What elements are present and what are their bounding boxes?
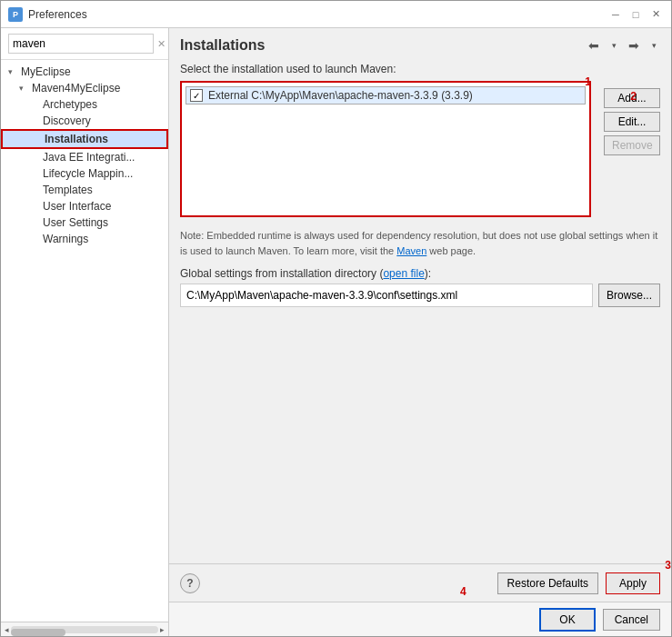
- installation-checkbox[interactable]: ✓: [190, 89, 203, 102]
- installations-list: 2 ✓ External C:\MyApp\Maven\apache-maven…: [180, 81, 591, 217]
- sidebar-label-maven4myeclipse: Maven4MyEclipse: [32, 82, 120, 95]
- sidebar-label-myeclipse: MyEclipse: [21, 65, 71, 78]
- installations-row-area: 2 ✓ External C:\MyApp\Maven\apache-maven…: [180, 81, 660, 217]
- bottom-left: ?: [180, 573, 200, 593]
- sidebar-label-installations: Installations: [45, 133, 108, 145]
- sidebar-scrollbar[interactable]: ◂ ▸: [1, 622, 168, 636]
- toggle-maven4myeclipse: ▾: [19, 84, 28, 93]
- confirm-bar: 4 OK Cancel: [169, 602, 671, 636]
- edit-button[interactable]: Edit...: [604, 112, 660, 132]
- annotation-4: 4: [460, 585, 466, 598]
- back-icon: ⬅: [588, 38, 599, 53]
- installation-row[interactable]: ✓ External C:\MyApp\Maven\apache-maven-3…: [186, 86, 586, 105]
- sidebar-label-lifecycle: Lifecycle Mappin...: [43, 167, 133, 180]
- installation-entry-label: External C:\MyApp\Maven\apache-maven-3.3…: [208, 89, 473, 102]
- app-icon: P: [8, 7, 23, 22]
- search-input[interactable]: [8, 34, 154, 54]
- open-file-link[interactable]: open file: [383, 267, 424, 280]
- sidebar-item-usersettings[interactable]: User Settings: [1, 214, 168, 231]
- sidebar-label-userinterface: User Interface: [43, 200, 111, 213]
- sidebar-item-installations[interactable]: Installations: [1, 129, 168, 149]
- window-controls: ─ □ ✕: [607, 6, 664, 23]
- annotation-1: 1: [585, 75, 591, 88]
- minimize-button[interactable]: ─: [607, 6, 624, 23]
- maximize-button[interactable]: □: [627, 6, 644, 23]
- panel-toolbar: ⬅ ▾ ➡ ▾: [584, 35, 660, 55]
- title-bar-left: P Preferences: [8, 7, 87, 22]
- preferences-window: P Preferences ─ □ ✕ ✕ ▾ MyEclipse ▾: [0, 0, 672, 637]
- panel-title: Installations: [180, 37, 265, 54]
- sidebar-item-lifecycle[interactable]: Lifecycle Mappin...: [1, 165, 168, 182]
- sidebar-label-discovery: Discovery: [43, 114, 91, 127]
- sidebar-label-warnings: Warnings: [43, 233, 88, 245]
- right-panel: Installations ⬅ ▾ ➡ ▾ S: [169, 28, 671, 636]
- remove-button[interactable]: Remove: [604, 135, 660, 155]
- back-button[interactable]: ⬅: [584, 35, 604, 55]
- window-title: Preferences: [28, 8, 87, 21]
- forward-button[interactable]: ➡: [624, 35, 644, 55]
- sidebar-label-usersettings: User Settings: [43, 216, 108, 229]
- select-label: Select the installation used to launch M…: [180, 63, 660, 75]
- sidebar-label-templates: Templates: [43, 184, 93, 196]
- note-section: Note: Embedded runtime is always used fo…: [180, 228, 660, 258]
- forward-dropdown-button[interactable]: ▾: [647, 35, 660, 55]
- back-dropdown-icon: ▾: [612, 41, 617, 50]
- panel-header: Installations ⬅ ▾ ➡ ▾: [169, 28, 671, 59]
- bottom-right: Restore Defaults Apply: [497, 572, 660, 594]
- scroll-thumb: [11, 629, 65, 636]
- tree-container: ▾ MyEclipse ▾ Maven4MyEclipse Archetypes…: [1, 60, 168, 622]
- restore-defaults-button[interactable]: Restore Defaults: [497, 572, 598, 594]
- sidebar: ✕ ▾ MyEclipse ▾ Maven4MyEclipse Archetyp…: [1, 28, 169, 636]
- help-button[interactable]: ?: [180, 573, 200, 593]
- search-clear-icon[interactable]: ✕: [157, 38, 165, 50]
- sidebar-item-userinterface[interactable]: User Interface: [1, 198, 168, 214]
- settings-label: Global settings from installation direct…: [180, 267, 660, 280]
- scroll-left-icon[interactable]: ◂: [5, 625, 9, 634]
- sidebar-label-javaee: Java EE Integrati...: [43, 151, 135, 164]
- cancel-button[interactable]: Cancel: [603, 609, 660, 631]
- title-bar: P Preferences ─ □ ✕: [1, 1, 671, 28]
- browse-button[interactable]: Browse...: [598, 284, 660, 307]
- sidebar-item-myeclipse[interactable]: ▾ MyEclipse: [1, 64, 168, 80]
- sidebar-item-warnings[interactable]: Warnings: [1, 231, 168, 247]
- settings-input-row: Browse...: [180, 284, 660, 307]
- sidebar-item-javaee[interactable]: Java EE Integrati...: [1, 149, 168, 165]
- scroll-right-icon[interactable]: ▸: [160, 625, 165, 634]
- sidebar-label-archetypes: Archetypes: [43, 98, 97, 111]
- main-content: ✕ ▾ MyEclipse ▾ Maven4MyEclipse Archetyp…: [1, 28, 671, 636]
- sidebar-item-maven4myeclipse[interactable]: ▾ Maven4MyEclipse: [1, 80, 168, 96]
- install-buttons-panel: Add... Edit... Remove: [597, 81, 660, 163]
- settings-label-text: Global settings from installation direct…: [180, 267, 383, 280]
- annotation-3: 3: [665, 559, 671, 572]
- apply-button[interactable]: Apply: [606, 572, 660, 594]
- forward-icon: ➡: [628, 38, 639, 53]
- scroll-track: [11, 626, 158, 633]
- sidebar-item-templates[interactable]: Templates: [1, 182, 168, 198]
- forward-dropdown-icon: ▾: [652, 41, 657, 50]
- close-button[interactable]: ✕: [647, 6, 664, 23]
- toggle-myeclipse: ▾: [8, 67, 17, 76]
- back-dropdown-button[interactable]: ▾: [607, 35, 620, 55]
- sidebar-item-archetypes[interactable]: Archetypes: [1, 96, 168, 113]
- annotation-2: 2: [630, 90, 637, 103]
- panel-body: Select the installation used to launch M…: [169, 59, 671, 563]
- note-suffix: web page.: [429, 245, 476, 256]
- ok-button[interactable]: OK: [539, 608, 595, 632]
- search-bar: ✕: [1, 28, 168, 60]
- settings-path-input[interactable]: [180, 284, 593, 307]
- maven-link[interactable]: Maven: [396, 245, 426, 256]
- settings-label-suffix: ):: [425, 267, 431, 280]
- settings-section: Global settings from installation direct…: [180, 267, 660, 307]
- bottom-bar: 3 ? Restore Defaults Apply: [169, 563, 671, 602]
- sidebar-item-discovery[interactable]: Discovery: [1, 113, 168, 129]
- installations-section: 1 2 ✓ External C:\MyApp\Maven\apache-mav…: [180, 81, 660, 217]
